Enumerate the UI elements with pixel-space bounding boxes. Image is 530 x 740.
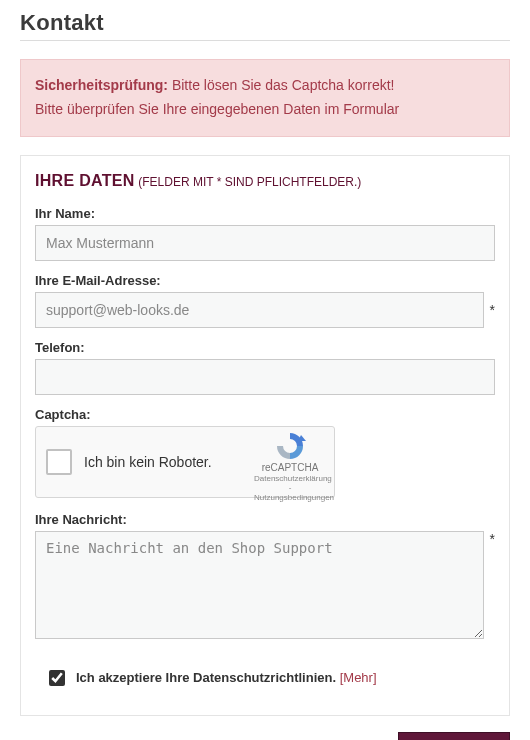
name-input[interactable] [35,225,495,261]
phone-label: Telefon: [35,340,495,355]
submit-button[interactable]: Senden » [398,732,510,740]
message-label: Ihre Nachricht: [35,512,495,527]
recaptcha-text: Ich bin kein Roboter. [84,454,212,470]
name-label: Ihr Name: [35,206,495,221]
recaptcha-icon [273,431,307,461]
privacy-checkbox[interactable] [49,670,65,686]
alert-line2: Bitte überprüfen Sie Ihre eingegebenen D… [35,98,495,122]
page-title: Kontakt [20,10,510,36]
recaptcha-widget: Ich bin kein Roboter. reCAPTCHA Datensch… [35,426,335,498]
email-required-mark: * [490,302,495,318]
section-title-main: IHRE DATEN [35,172,135,189]
form-container: IHRE DATEN (FELDER MIT * SIND PFLICHTFEL… [20,155,510,716]
section-title-note: (FELDER MIT * SIND PFLICHTFELDER.) [138,175,361,189]
recaptcha-branding: reCAPTCHA Datenschutzerklärung - Nutzung… [254,431,326,503]
privacy-text: Ich akzeptiere Ihre Datenschutzrichtlini… [76,670,336,685]
recaptcha-brand: reCAPTCHA [254,462,326,474]
email-input[interactable] [35,292,484,328]
alert-line1: Bitte lösen Sie das Captcha korrekt! [172,77,395,93]
title-divider [20,40,510,41]
phone-input[interactable] [35,359,495,395]
email-label: Ihre E-Mail-Adresse: [35,273,495,288]
message-required-mark: * [490,531,495,547]
message-textarea[interactable] [35,531,484,639]
recaptcha-links[interactable]: Datenschutzerklärung - Nutzungsbedingung… [254,474,326,503]
alert-box: Sicherheitsprüfung: Bitte lösen Sie das … [20,59,510,137]
section-title: IHRE DATEN (FELDER MIT * SIND PFLICHTFEL… [35,172,495,190]
recaptcha-checkbox[interactable] [46,449,72,475]
captcha-label: Captcha: [35,407,495,422]
alert-strong: Sicherheitsprüfung: [35,77,168,93]
privacy-more-link[interactable]: [Mehr] [340,670,377,685]
